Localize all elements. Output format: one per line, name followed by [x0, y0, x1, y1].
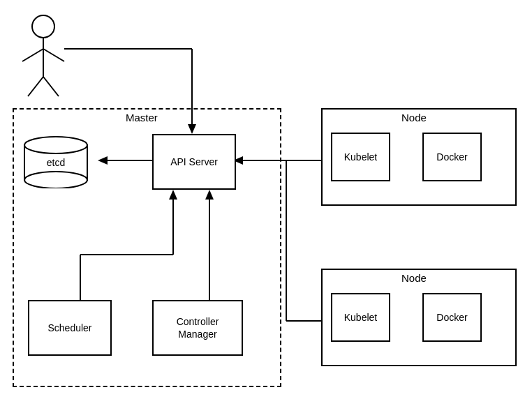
svg-line-3: [43, 49, 64, 61]
scheduler-box: Scheduler: [28, 300, 112, 356]
kubelet2-box: Kubelet: [331, 293, 390, 342]
kubelet1-label: Kubelet: [344, 151, 377, 163]
master-label: Master: [126, 112, 158, 123]
svg-point-28: [24, 172, 87, 188]
docker2-label: Docker: [436, 311, 467, 324]
scheduler-label: Scheduler: [47, 322, 91, 334]
controller-manager-box: Controller Manager: [152, 300, 243, 356]
kubelet2-label: Kubelet: [344, 311, 377, 324]
svg-point-27: [24, 137, 87, 153]
kubelet1-box: Kubelet: [331, 133, 390, 181]
svg-line-2: [22, 49, 43, 61]
svg-line-5: [43, 77, 59, 96]
controller-manager-label: Controller Manager: [177, 315, 219, 340]
api-server-label: API Server: [170, 156, 218, 168]
docker1-box: Docker: [422, 133, 482, 181]
node2-label: Node: [401, 272, 427, 284]
svg-text:etcd: etcd: [47, 157, 65, 168]
docker1-label: Docker: [436, 151, 467, 163]
svg-line-4: [28, 77, 43, 96]
etcd-box: etcd: [21, 133, 91, 188]
docker2-box: Docker: [422, 293, 482, 342]
kubernetes-architecture-diagram: Master etcd API Server Scheduler Control…: [0, 0, 532, 406]
api-server-box: API Server: [152, 134, 236, 190]
svg-point-0: [32, 15, 54, 38]
node1-label: Node: [401, 112, 427, 123]
